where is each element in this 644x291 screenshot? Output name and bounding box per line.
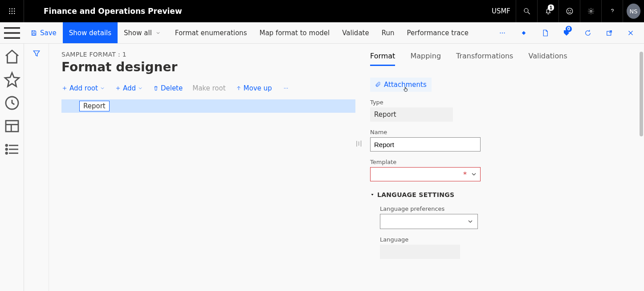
tree-overflow-button[interactable] <box>282 85 290 91</box>
format-enumerations-label: Format enumerations <box>175 29 247 37</box>
filter-button[interactable] <box>32 49 41 291</box>
type-value: Report <box>370 107 453 122</box>
tree-node-report[interactable]: Report <box>79 101 110 111</box>
format-enumerations-button[interactable]: Format enumerations <box>169 22 253 43</box>
notifications-badge: 1 <box>548 4 554 11</box>
nav-favorites[interactable] <box>3 72 21 87</box>
field-type: Type Report <box>370 99 636 122</box>
show-all-label: Show all <box>124 29 152 37</box>
search-icon <box>523 7 531 15</box>
list-icon <box>3 140 21 159</box>
svg-point-24 <box>504 32 505 33</box>
related-docs-button[interactable]: 0 <box>558 24 575 42</box>
nav-workspaces[interactable] <box>3 119 21 134</box>
validate-label: Validate <box>342 29 369 37</box>
svg-point-8 <box>14 13 15 14</box>
field-template: Template * <box>370 159 636 181</box>
move-up-button[interactable]: Move up <box>236 84 272 92</box>
svg-point-0 <box>9 8 10 9</box>
language-value <box>380 245 460 259</box>
scrollbar[interactable] <box>640 52 643 136</box>
filter-icon <box>32 49 41 58</box>
company-picker[interactable]: USMF <box>486 0 516 22</box>
save-button[interactable]: Save <box>24 22 63 43</box>
nav-toggle-button[interactable] <box>0 22 24 43</box>
tab-transformations[interactable]: Transformations <box>456 52 513 66</box>
notifications-button[interactable]: 1 <box>537 0 558 22</box>
properties-pane: 〣 Format Mapping Transformations Validat… <box>366 44 644 291</box>
svg-point-23 <box>502 32 503 33</box>
page-title: Format designer <box>61 60 366 74</box>
pane-resize-handle[interactable]: 〣 <box>356 140 361 148</box>
svg-point-49 <box>287 88 288 89</box>
breadcrumb: SAMPLE FORMAT : 1 <box>61 51 366 58</box>
chevron-down-icon <box>155 30 161 36</box>
properties-tabs: Format Mapping Transformations Validatio… <box>370 52 636 66</box>
command-bar-left: Save Show details Show all Format enumer… <box>0 22 482 43</box>
template-dropdown[interactable]: * <box>370 167 481 181</box>
show-details-label: Show details <box>69 29 111 37</box>
language-label: Language <box>380 236 636 243</box>
app-title: Finance and Operations Preview <box>35 7 182 16</box>
run-button[interactable]: Run <box>375 22 401 43</box>
show-details-button[interactable]: Show details <box>63 22 118 43</box>
dashboard-icon <box>3 117 21 135</box>
feedback-button[interactable] <box>558 0 580 22</box>
refresh-button[interactable] <box>579 24 597 42</box>
map-format-label: Map format to model <box>259 29 330 37</box>
show-all-button[interactable]: Show all <box>118 22 167 43</box>
user-menu[interactable]: NS <box>623 0 644 22</box>
language-preferences-dropdown[interactable] <box>380 214 478 229</box>
tab-format[interactable]: Format <box>370 52 395 66</box>
topbar-right: USMF 1 NS <box>486 0 644 22</box>
popout-button[interactable] <box>600 24 618 42</box>
svg-rect-25 <box>522 31 526 34</box>
performance-trace-button[interactable]: Performance trace <box>400 22 475 43</box>
tree-row-selected[interactable]: Report <box>61 99 355 113</box>
help-icon <box>608 7 616 15</box>
app-launcher-button[interactable] <box>0 0 24 22</box>
close-button[interactable] <box>622 24 640 42</box>
tab-validations[interactable]: Validations <box>528 52 567 66</box>
global-search-button[interactable] <box>516 0 537 22</box>
section-language-settings[interactable]: LANGUAGE SETTINGS <box>370 191 636 198</box>
svg-marker-41 <box>33 51 39 56</box>
attachments-link[interactable]: Attachments <box>370 78 432 92</box>
trash-icon <box>153 85 159 91</box>
svg-rect-32 <box>6 121 18 132</box>
overflow-button[interactable] <box>493 24 511 42</box>
name-input[interactable] <box>370 137 481 152</box>
nav-recent[interactable] <box>3 95 21 111</box>
svg-point-48 <box>285 88 286 89</box>
waffle-icon <box>8 7 16 15</box>
svg-point-14 <box>590 10 592 12</box>
svg-point-38 <box>6 145 8 147</box>
more-icon <box>282 85 290 91</box>
arrow-up-icon <box>236 85 242 91</box>
add-button[interactable]: Add <box>115 84 143 92</box>
help-button[interactable] <box>601 0 623 22</box>
svg-point-12 <box>568 10 569 11</box>
save-icon <box>30 29 37 37</box>
plus-icon <box>115 85 121 91</box>
document-icon <box>541 29 549 37</box>
map-format-button[interactable]: Map format to model <box>253 22 336 43</box>
nav-home[interactable] <box>3 49 21 64</box>
svg-marker-30 <box>5 73 19 86</box>
tab-mapping[interactable]: Mapping <box>410 52 441 66</box>
add-root-button[interactable]: Add root <box>61 84 105 92</box>
validate-button[interactable]: Validate <box>336 22 375 43</box>
options-button[interactable] <box>515 24 533 42</box>
performance-trace-label: Performance trace <box>407 29 469 37</box>
command-search-button[interactable] <box>475 22 482 43</box>
make-root-button: Make root <box>192 84 225 92</box>
svg-marker-50 <box>371 194 374 195</box>
chevron-down-icon <box>470 171 477 178</box>
nav-modules[interactable] <box>3 142 21 157</box>
settings-button[interactable] <box>580 0 601 22</box>
section-language-label: LANGUAGE SETTINGS <box>377 191 454 198</box>
close-icon <box>627 29 635 37</box>
attachments-button[interactable] <box>536 24 554 42</box>
topbar: Finance and Operations Preview USMF 1 NS <box>0 0 644 22</box>
delete-button[interactable]: Delete <box>153 84 183 92</box>
